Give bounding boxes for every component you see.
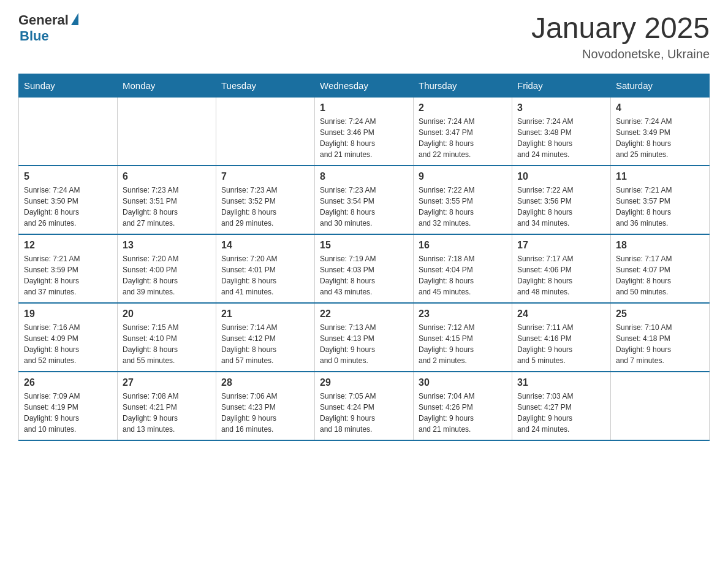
day-info-text: Sunrise: 7:11 AMSunset: 4:16 PMDaylight:…	[517, 322, 605, 366]
day-number: 24	[517, 308, 605, 320]
calendar-week-row: 12Sunrise: 7:21 AMSunset: 3:59 PMDayligh…	[19, 234, 710, 303]
calendar-day-cell: 19Sunrise: 7:16 AMSunset: 4:09 PMDayligh…	[19, 303, 118, 372]
day-of-week-header: Monday	[118, 74, 216, 97]
calendar-day-cell: 6Sunrise: 7:23 AMSunset: 3:51 PMDaylight…	[118, 166, 216, 234]
calendar-day-cell: 11Sunrise: 7:21 AMSunset: 3:57 PMDayligh…	[611, 166, 710, 234]
day-of-week-header: Friday	[512, 74, 611, 97]
day-info-text: Sunrise: 7:22 AMSunset: 3:55 PMDaylight:…	[419, 185, 507, 229]
day-info-text: Sunrise: 7:24 AMSunset: 3:49 PMDaylight:…	[616, 116, 704, 160]
day-of-week-header: Wednesday	[315, 74, 414, 97]
day-info-text: Sunrise: 7:24 AMSunset: 3:47 PMDaylight:…	[419, 116, 507, 160]
day-number: 22	[320, 308, 408, 320]
day-info-text: Sunrise: 7:04 AMSunset: 4:26 PMDaylight:…	[419, 391, 507, 435]
day-info-text: Sunrise: 7:21 AMSunset: 3:57 PMDaylight:…	[616, 185, 704, 229]
calendar-day-cell: 23Sunrise: 7:12 AMSunset: 4:15 PMDayligh…	[414, 303, 512, 372]
calendar-day-cell	[118, 97, 216, 166]
calendar-day-cell: 20Sunrise: 7:15 AMSunset: 4:10 PMDayligh…	[118, 303, 216, 372]
calendar-day-cell: 10Sunrise: 7:22 AMSunset: 3:56 PMDayligh…	[512, 166, 611, 234]
day-number: 31	[517, 377, 605, 388]
calendar-day-cell: 24Sunrise: 7:11 AMSunset: 4:16 PMDayligh…	[512, 303, 611, 372]
day-number: 15	[320, 240, 408, 251]
day-number: 16	[419, 240, 507, 251]
calendar-day-cell: 4Sunrise: 7:24 AMSunset: 3:49 PMDaylight…	[611, 97, 710, 166]
day-number: 6	[123, 171, 211, 182]
calendar-day-cell: 29Sunrise: 7:05 AMSunset: 4:24 PMDayligh…	[315, 372, 414, 440]
calendar-day-cell: 8Sunrise: 7:23 AMSunset: 3:54 PMDaylight…	[315, 166, 414, 234]
calendar-day-cell: 13Sunrise: 7:20 AMSunset: 4:00 PMDayligh…	[118, 234, 216, 303]
day-info-text: Sunrise: 7:20 AMSunset: 4:00 PMDaylight:…	[123, 253, 211, 297]
day-info-text: Sunrise: 7:23 AMSunset: 3:52 PMDaylight:…	[221, 185, 309, 229]
day-number: 29	[320, 377, 408, 388]
calendar-day-cell: 1Sunrise: 7:24 AMSunset: 3:46 PMDaylight…	[315, 97, 414, 166]
calendar-day-cell: 15Sunrise: 7:19 AMSunset: 4:03 PMDayligh…	[315, 234, 414, 303]
day-info-text: Sunrise: 7:03 AMSunset: 4:27 PMDaylight:…	[517, 391, 605, 435]
day-number: 21	[221, 308, 309, 320]
calendar-day-cell: 12Sunrise: 7:21 AMSunset: 3:59 PMDayligh…	[19, 234, 118, 303]
day-info-text: Sunrise: 7:24 AMSunset: 3:46 PMDaylight:…	[320, 116, 408, 160]
calendar-day-cell: 28Sunrise: 7:06 AMSunset: 4:23 PMDayligh…	[216, 372, 315, 440]
calendar-day-cell	[19, 97, 118, 166]
day-info-text: Sunrise: 7:23 AMSunset: 3:54 PMDaylight:…	[320, 185, 408, 229]
calendar-week-row: 1Sunrise: 7:24 AMSunset: 3:46 PMDaylight…	[19, 97, 710, 166]
calendar-day-cell: 17Sunrise: 7:17 AMSunset: 4:06 PMDayligh…	[512, 234, 611, 303]
day-number: 14	[221, 240, 309, 251]
day-number: 2	[419, 102, 507, 113]
day-info-text: Sunrise: 7:17 AMSunset: 4:07 PMDaylight:…	[616, 253, 704, 297]
day-number: 4	[616, 102, 704, 113]
calendar-day-cell	[611, 372, 710, 440]
day-info-text: Sunrise: 7:05 AMSunset: 4:24 PMDaylight:…	[320, 391, 408, 435]
day-info-text: Sunrise: 7:19 AMSunset: 4:03 PMDaylight:…	[320, 253, 408, 297]
day-number: 20	[123, 308, 211, 320]
logo-triangle-icon	[71, 13, 78, 25]
day-number: 11	[616, 171, 704, 182]
day-number: 30	[419, 377, 507, 388]
day-of-week-header: Saturday	[611, 74, 710, 97]
day-info-text: Sunrise: 7:12 AMSunset: 4:15 PMDaylight:…	[419, 322, 507, 366]
day-info-text: Sunrise: 7:23 AMSunset: 3:51 PMDaylight:…	[123, 185, 211, 229]
day-info-text: Sunrise: 7:06 AMSunset: 4:23 PMDaylight:…	[221, 391, 309, 435]
calendar-day-cell: 18Sunrise: 7:17 AMSunset: 4:07 PMDayligh…	[611, 234, 710, 303]
day-number: 23	[419, 308, 507, 320]
logo-general-text: General	[18, 12, 69, 28]
calendar-header: SundayMondayTuesdayWednesdayThursdayFrid…	[19, 74, 710, 97]
day-number: 8	[320, 171, 408, 182]
day-info-text: Sunrise: 7:22 AMSunset: 3:56 PMDaylight:…	[517, 185, 605, 229]
calendar-day-cell: 7Sunrise: 7:23 AMSunset: 3:52 PMDaylight…	[216, 166, 315, 234]
day-info-text: Sunrise: 7:16 AMSunset: 4:09 PMDaylight:…	[24, 322, 112, 366]
day-number: 3	[517, 102, 605, 113]
location-text: Novodonetske, Ukraine	[531, 47, 710, 61]
day-number: 25	[616, 308, 704, 320]
day-number: 26	[24, 377, 112, 388]
day-info-text: Sunrise: 7:24 AMSunset: 3:50 PMDaylight:…	[24, 185, 112, 229]
calendar-day-cell: 27Sunrise: 7:08 AMSunset: 4:21 PMDayligh…	[118, 372, 216, 440]
day-number: 13	[123, 240, 211, 251]
month-title: January 2025	[531, 12, 710, 45]
day-number: 28	[221, 377, 309, 388]
day-info-text: Sunrise: 7:18 AMSunset: 4:04 PMDaylight:…	[419, 253, 507, 297]
calendar-day-cell: 5Sunrise: 7:24 AMSunset: 3:50 PMDaylight…	[19, 166, 118, 234]
day-info-text: Sunrise: 7:21 AMSunset: 3:59 PMDaylight:…	[24, 253, 112, 297]
day-number: 17	[517, 240, 605, 251]
day-info-text: Sunrise: 7:24 AMSunset: 3:48 PMDaylight:…	[517, 116, 605, 160]
day-info-text: Sunrise: 7:17 AMSunset: 4:06 PMDaylight:…	[517, 253, 605, 297]
day-number: 5	[24, 171, 112, 182]
day-number: 18	[616, 240, 704, 251]
calendar-day-cell: 21Sunrise: 7:14 AMSunset: 4:12 PMDayligh…	[216, 303, 315, 372]
day-info-text: Sunrise: 7:08 AMSunset: 4:21 PMDaylight:…	[123, 391, 211, 435]
page-header: General Blue January 2025 Novodonetske, …	[18, 12, 710, 61]
calendar-day-cell: 26Sunrise: 7:09 AMSunset: 4:19 PMDayligh…	[19, 372, 118, 440]
logo-blue-text: Blue	[20, 28, 78, 44]
calendar-week-row: 5Sunrise: 7:24 AMSunset: 3:50 PMDaylight…	[19, 166, 710, 234]
calendar-week-row: 19Sunrise: 7:16 AMSunset: 4:09 PMDayligh…	[19, 303, 710, 372]
calendar-day-cell: 14Sunrise: 7:20 AMSunset: 4:01 PMDayligh…	[216, 234, 315, 303]
calendar-day-cell	[216, 97, 315, 166]
calendar-day-cell: 2Sunrise: 7:24 AMSunset: 3:47 PMDaylight…	[414, 97, 512, 166]
calendar-day-cell: 9Sunrise: 7:22 AMSunset: 3:55 PMDaylight…	[414, 166, 512, 234]
calendar-day-cell: 22Sunrise: 7:13 AMSunset: 4:13 PMDayligh…	[315, 303, 414, 372]
day-number: 12	[24, 240, 112, 251]
day-of-week-header: Sunday	[19, 74, 118, 97]
day-number: 1	[320, 102, 408, 113]
calendar-body: 1Sunrise: 7:24 AMSunset: 3:46 PMDaylight…	[19, 97, 710, 440]
title-block: January 2025 Novodonetske, Ukraine	[531, 12, 710, 61]
calendar-day-cell: 31Sunrise: 7:03 AMSunset: 4:27 PMDayligh…	[512, 372, 611, 440]
